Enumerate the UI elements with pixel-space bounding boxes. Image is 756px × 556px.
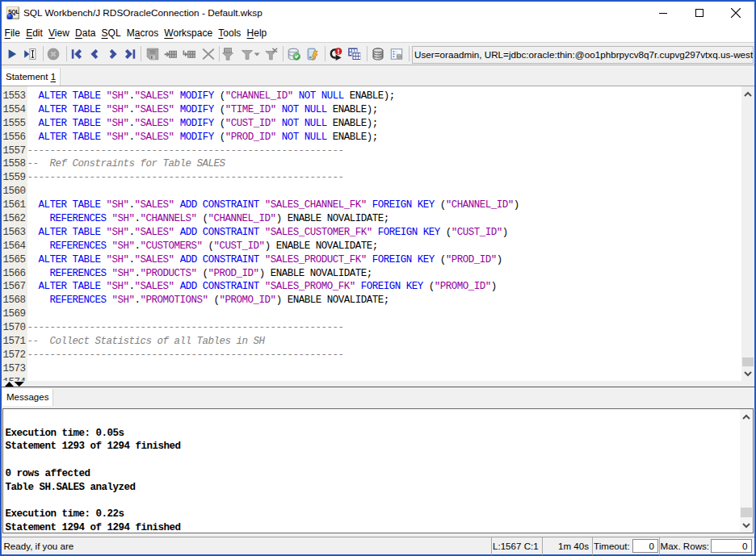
minimize-button[interactable] — [645, 2, 681, 24]
execution-elapsed-time: 1m 40s — [543, 541, 593, 551]
menu-view[interactable]: View — [45, 27, 72, 39]
scroll-up-button[interactable] — [740, 411, 753, 424]
database-icon — [372, 48, 384, 61]
line-number: 1553 — [2, 90, 26, 103]
messages-tab-strip: Messages — [2, 387, 754, 408]
previous-row-icon — [88, 48, 101, 61]
close-button[interactable] — [717, 2, 754, 24]
code-line: ----------------------------------------… — [27, 171, 742, 185]
sql-code-area[interactable]: ALTER TABLE "SH"."SALES" MODIFY ("CHANNE… — [27, 86, 742, 381]
commit-button[interactable] — [285, 44, 303, 64]
menu-macros[interactable]: Macros — [124, 27, 162, 39]
scroll-up-icon — [741, 88, 754, 101]
timeout-label: Timeout: — [593, 541, 630, 551]
cancel-statement-button[interactable] — [44, 44, 62, 64]
tab-statement-1[interactable]: Statement 1 — [2, 68, 61, 86]
code-line: REFERENCES "SH"."CUSTOMERS" ("CUST_ID") … — [27, 240, 742, 253]
line-number: 1561 — [2, 199, 26, 212]
delete-row-button[interactable] — [200, 44, 217, 64]
rollback-icon — [306, 48, 319, 61]
filter-selection-button[interactable] — [219, 44, 237, 64]
code-line: REFERENCES "SH"."CHANNELS" ("CHANNEL_ID"… — [27, 212, 742, 226]
scroll-down-button[interactable] — [740, 519, 753, 532]
connection-info: User=oraadmin, URL=jdbc:oracle:thin:@oo1… — [412, 46, 754, 64]
line-number: 1570 — [2, 321, 26, 335]
ignore-errors-button[interactable] — [327, 44, 345, 64]
db-explorer-button[interactable] — [388, 44, 405, 64]
messages-panel: Execution time: 0.05sStatement 1293 of 1… — [2, 408, 754, 533]
app-window: SQL SQL Workbench/J RDSOracleConnection … — [0, 0, 756, 556]
editor-scrollbar-thumb[interactable] — [742, 357, 754, 366]
database-button[interactable] — [369, 44, 387, 64]
line-number: 1569 — [2, 307, 26, 321]
code-line: ----------------------------------------… — [27, 321, 742, 335]
scroll-down-button[interactable] — [741, 367, 754, 380]
scroll-up-button[interactable] — [741, 88, 754, 101]
save-data-icon — [146, 48, 159, 61]
messages-log[interactable]: Execution time: 0.05sStatement 1293 of 1… — [3, 409, 740, 533]
toolbar-separator — [66, 46, 67, 61]
save-data-button[interactable] — [144, 44, 162, 64]
message-line — [6, 494, 740, 508]
ignore-errors-icon — [330, 48, 342, 61]
previous-row-button[interactable] — [86, 44, 103, 64]
last-row-icon — [124, 48, 136, 61]
message-line: Execution time: 0.22s — [6, 508, 740, 521]
execute-all-button[interactable] — [3, 44, 21, 64]
max-rows-input[interactable]: 0 — [711, 539, 752, 553]
code-line: ALTER TABLE "SH"."SALES" ADD CONSTRAINT … — [27, 253, 742, 267]
splitter-expand-icons[interactable] — [5, 382, 25, 387]
sql-workbench-app-icon: SQL — [6, 6, 19, 19]
message-line: 0 rows affected — [6, 467, 740, 481]
scroll-down-icon — [740, 519, 753, 532]
maximize-icon — [695, 9, 704, 17]
scroll-up-icon — [740, 411, 753, 424]
menu-file[interactable]: File — [2, 27, 23, 39]
editor-vertical-scrollbar[interactable] — [741, 86, 754, 381]
menu-help[interactable]: Help — [244, 27, 270, 39]
copy-row-button[interactable] — [180, 44, 198, 64]
timeout-input[interactable]: 0 — [632, 539, 658, 553]
menu-edit[interactable]: Edit — [23, 27, 46, 39]
minimize-icon — [659, 9, 667, 17]
code-line: ALTER TABLE "SH"."SALES" MODIFY ("CHANNE… — [27, 90, 742, 103]
sql-editor[interactable]: 1553155415551556155715581559156015611562… — [2, 86, 754, 381]
connection-info-text: User=oraadmin, URL=jdbc:oracle:thin:@oo1… — [414, 49, 754, 60]
code-line — [27, 307, 742, 321]
close-icon — [731, 8, 741, 18]
menu-data[interactable]: Data — [72, 27, 99, 39]
maximize-button[interactable] — [681, 2, 717, 24]
first-row-button[interactable] — [68, 44, 86, 64]
insert-row-button[interactable] — [162, 44, 179, 64]
tab-messages[interactable]: Messages — [2, 389, 53, 407]
menu-tools[interactable]: Tools — [216, 27, 244, 39]
commit-icon — [288, 48, 300, 61]
menu-workspace[interactable]: Workspace — [162, 27, 216, 39]
line-number: 1555 — [2, 117, 26, 131]
line-number: 1560 — [2, 185, 26, 199]
message-line: Statement 1293 of 1294 finished — [6, 440, 740, 454]
next-row-button[interactable] — [104, 44, 122, 64]
last-row-button[interactable] — [121, 44, 139, 64]
toolbar-separator — [325, 46, 326, 61]
next-row-icon — [107, 48, 120, 61]
messages-vertical-scrollbar[interactable] — [740, 409, 753, 533]
line-number: 1566 — [2, 267, 26, 281]
data-pumper-button[interactable] — [346, 44, 363, 64]
rollback-button[interactable] — [304, 44, 321, 64]
messages-scrollbar-thumb[interactable] — [741, 508, 752, 517]
insert-row-icon — [164, 48, 177, 61]
splitter-bar[interactable] — [2, 381, 754, 387]
filter-dropdown-button[interactable] — [238, 44, 262, 64]
execute-current-button[interactable] — [21, 44, 39, 64]
reset-filter-button[interactable] — [262, 44, 280, 64]
caption-buttons — [645, 2, 754, 24]
line-number: 1558 — [2, 157, 26, 171]
code-line: REFERENCES "SH"."PROMOTIONS" ("PROMO_ID"… — [27, 294, 742, 307]
code-line: ALTER TABLE "SH"."SALES" ADD CONSTRAINT … — [27, 226, 742, 240]
toolbar: User=oraadmin, URL=jdbc:oracle:thin:@oo1… — [2, 43, 754, 65]
code-line: -- Collect Statistics of all Tables in S… — [27, 335, 742, 349]
db-explorer-icon — [390, 48, 403, 61]
line-number: 1556 — [2, 131, 26, 144]
menu-sql[interactable]: SQL — [99, 27, 124, 39]
